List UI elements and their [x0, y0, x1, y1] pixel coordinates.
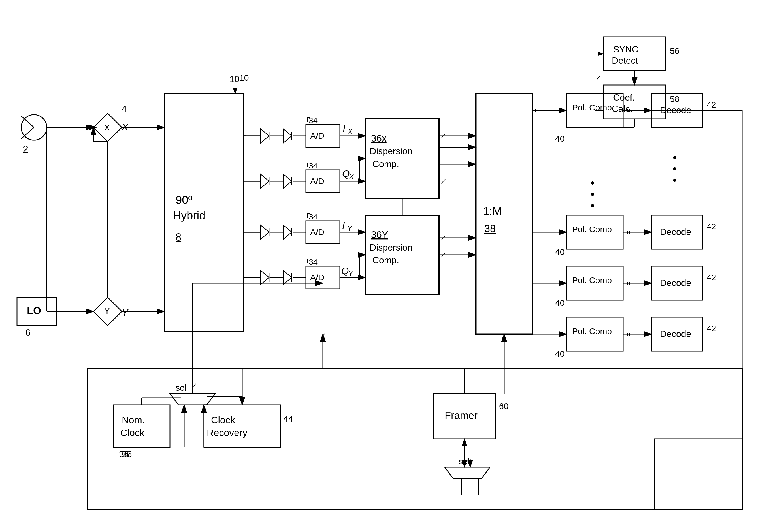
- ellipsis-1: •: [591, 177, 594, 189]
- disp-x-label2: Comp.: [372, 159, 399, 169]
- nom-clock-label2: Clock: [120, 427, 145, 438]
- ref-42-3: 42: [707, 273, 716, 282]
- framer-label: Framer: [445, 410, 478, 421]
- pol-comp2-label: Pol. Comp: [572, 225, 612, 234]
- ref-56: 56: [670, 46, 679, 56]
- ref-40-1: 40: [555, 134, 564, 143]
- ref-38: 38: [484, 223, 496, 234]
- ref-40-3: 40: [555, 298, 564, 307]
- decode2-label: Decode: [660, 227, 691, 237]
- y-label-mixer: Y: [122, 307, 129, 318]
- x-label-mixer: X: [121, 121, 129, 132]
- ellipsis-2: •: [591, 188, 594, 201]
- ref-44: 44: [283, 414, 293, 424]
- ref-8: 8: [176, 231, 181, 243]
- ref-4: 4: [122, 104, 127, 114]
- adc3-label: A/D: [310, 227, 324, 237]
- qy-sub: Y: [348, 270, 354, 277]
- disp-x-ref: 36x: [371, 133, 387, 144]
- qx-sub: X: [349, 173, 354, 180]
- adc4-label: A/D: [310, 273, 324, 282]
- nom-clock-ref-bracket: 36: [119, 449, 129, 459]
- ref-2: 2: [23, 144, 28, 155]
- clock-recovery-label1: Clock: [211, 414, 235, 425]
- pol-comp4-label: Pol. Comp: [572, 326, 612, 336]
- nom-clock-label1: Nom.: [122, 414, 145, 425]
- iy-label: I: [342, 220, 345, 231]
- decode-ellipsis-3: •: [673, 174, 677, 186]
- sync-detect-label2: Detect: [612, 56, 638, 66]
- clock-recovery-label2: Recovery: [207, 427, 248, 438]
- ref-6-lo: 6: [26, 327, 31, 337]
- hybrid-label2: Hybrid: [173, 209, 206, 222]
- pol-comp1-label: Pol. Comp: [572, 103, 612, 112]
- ref-10-label: 10: [239, 73, 249, 82]
- disp-y-label2: Comp.: [372, 255, 399, 265]
- mixer-y-label: Y: [104, 306, 110, 316]
- ix-sub: X: [347, 127, 353, 135]
- ref-60: 60: [499, 402, 508, 411]
- decode-ellipsis-2: •: [673, 162, 677, 175]
- disp-y-ref: 36Y: [371, 229, 388, 240]
- ix-label: I: [343, 123, 345, 134]
- adc1-label: A/D: [310, 131, 324, 141]
- decode-ellipsis-1: •: [673, 151, 677, 164]
- ref-40-4: 40: [555, 349, 564, 358]
- diagram-container: 2 X 4 LO Y 6 90º Hybrid 8 10: [0, 0, 784, 532]
- demux-label: 1:M: [483, 205, 502, 217]
- lo-label: LO: [27, 305, 41, 317]
- adc2-label: A/D: [310, 176, 324, 186]
- sync-detect-label1: SYNC: [613, 44, 638, 54]
- decode3-label: Decode: [660, 278, 691, 288]
- decode4-label: Decode: [660, 329, 691, 339]
- coef-calc-label2: Calc.: [612, 104, 633, 114]
- qx-label: Q: [342, 168, 349, 179]
- ref-40-2: 40: [555, 247, 564, 257]
- ellipsis-3: •: [591, 199, 594, 212]
- disp-y-label1: Dispersion: [370, 242, 412, 253]
- mixer-x-label: X: [104, 123, 110, 132]
- iy-sub: Y: [347, 225, 352, 232]
- disp-x-label1: Dispersion: [370, 146, 412, 156]
- ref-42-1: 42: [707, 100, 716, 109]
- ref-58: 58: [670, 94, 679, 104]
- pol-comp3-label: Pol. Comp: [572, 275, 612, 285]
- ref-42-4: 42: [707, 324, 716, 333]
- qy-label: Q: [341, 265, 349, 276]
- coef-calc-label1: Coef.: [613, 92, 635, 102]
- hybrid-label: 90º: [176, 194, 192, 206]
- ref-10: 10: [229, 74, 240, 84]
- sel-label-top: sel: [176, 383, 186, 392]
- ref-42-2: 42: [707, 222, 716, 231]
